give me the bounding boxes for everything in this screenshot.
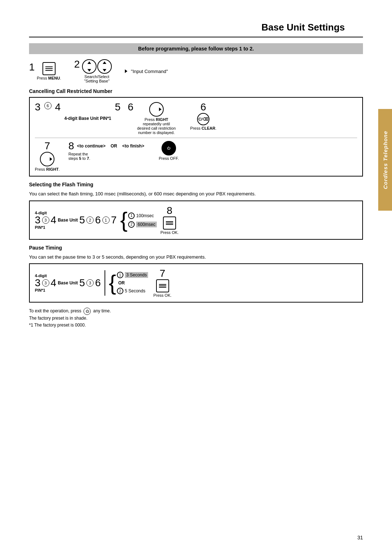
pause-step7-group: 7 Press OK. — [153, 268, 171, 297]
nav-circle-2 — [97, 59, 112, 74]
pause-row: 4-digit 3 3 4 Base Unit 5 3 6 PIN*1 { — [35, 268, 357, 297]
clear-button-icon: C/⌫ — [197, 113, 209, 125]
pause-open-brace: { — [109, 272, 116, 294]
step8-group: 8 <to continue> OR <to finish> Repeat th… — [68, 141, 144, 161]
pause-divider — [105, 270, 105, 296]
nav-right-arrow7 — [50, 157, 52, 161]
ok-line-2 — [166, 223, 173, 223]
instr-sep — [35, 138, 357, 138]
flash-step3-circle: 3 — [42, 216, 49, 224]
pause-press-ok: Press OK. — [153, 293, 171, 297]
exit-text2: any time. — [93, 308, 111, 313]
pause-step6: 6 — [95, 278, 101, 288]
cancel-step4: 4 — [55, 102, 61, 112]
menu-line-2 — [45, 68, 53, 69]
pause-line-2 — [159, 285, 166, 286]
pause-step5-circle: 3 — [86, 279, 94, 287]
pause-opt1-circle: 1 — [117, 272, 123, 278]
step6-icon-group: Press RIGHTrepeatedly untildesired call … — [137, 102, 176, 135]
press-right7-label: Press RIGHT. — [35, 167, 60, 171]
ok-line-1 — [166, 221, 173, 222]
footnotes: To exit the operation, press ⏻ any time.… — [29, 308, 363, 329]
off-button-icon: ⏻ — [162, 141, 176, 155]
nav-down-arrow2 — [103, 69, 106, 72]
flash-step3: 3 — [35, 215, 41, 225]
intro-step2: 2 Search/Select"Setting Base" — [74, 59, 112, 83]
input-command-group: "Input Command" — [125, 69, 168, 74]
nav-circle-1 — [82, 59, 97, 74]
step6-nav-icon — [149, 102, 164, 117]
flash-step7: 7 — [111, 215, 117, 225]
exit-note: To exit the operation, press ⏻ any time. — [29, 308, 363, 315]
ok-line-3 — [166, 224, 173, 225]
cancel-step8: 8 — [68, 141, 74, 151]
exit-text: To exit the operation, press — [29, 308, 81, 313]
flash-step8: 8 — [167, 206, 172, 216]
flash-description: You can select the flash timing, 100 mse… — [29, 190, 363, 198]
title-rule — [29, 37, 363, 37]
step8-desc: Repeat thesteps 5 to 7. — [68, 152, 90, 161]
flash-option1: 1 100msec — [128, 212, 157, 219]
step1-number: 1 — [29, 62, 35, 72]
pause-section-title: Pause Timing — [29, 245, 363, 251]
step2-number: 2 — [74, 59, 80, 69]
step6-group: 6 — [128, 102, 134, 112]
step6b-group: 6 C/⌫ Press CLEAR. — [190, 102, 216, 130]
flash-row: 4-digit 3 3 4 Base Unit 5 2 6 1 7 PIN*1 … — [35, 206, 357, 235]
menu-line-3 — [45, 70, 53, 71]
pause-pin-label: PIN*1 — [35, 288, 45, 292]
flash-step4: 4 — [51, 215, 57, 225]
pause-baseunit-label: Base Unit — [58, 280, 78, 285]
step8-to-continue: <to continue> — [77, 143, 106, 149]
step8-off-group: ⏻ Press OFF. — [159, 141, 179, 161]
cancel-step5: 5 — [115, 102, 121, 112]
pause-step5: 5 — [79, 278, 85, 288]
ok-menu-lines — [166, 221, 173, 225]
cancelling-section-title: Cancelling Call Restricted Number — [29, 88, 363, 94]
page-number: 31 — [357, 535, 363, 540]
flash-options-group: { 1 100msec 2 600msec — [120, 209, 157, 231]
pause-options-group: { 1 3 Seconds OR 2 5 Seconds — [109, 272, 148, 294]
step2-nav-icons — [82, 59, 112, 74]
flash-ok-icon — [163, 216, 176, 230]
nav-right-arrow — [159, 108, 162, 111]
menu-lines — [45, 66, 53, 71]
pause-steps-row: 3 3 4 Base Unit 5 3 6 — [35, 278, 101, 288]
pause-option1: 1 3 Seconds — [117, 272, 148, 278]
step6-desc: Press RIGHTrepeatedly untildesired call … — [137, 117, 176, 135]
or-label8: OR — [111, 143, 117, 149]
flash-pin-label: PIN*1 — [35, 225, 45, 230]
pause-line-1 — [159, 284, 166, 285]
flash-step8-group: 8 Press OK. — [160, 206, 179, 235]
flash-step6: 6 — [95, 215, 101, 225]
step3-circle-6: 6 — [44, 102, 52, 109]
flash-opt1-circle: 1 — [128, 212, 135, 219]
flash-4digit-group: 4-digit 3 3 4 Base Unit 5 2 6 1 7 PIN*1 — [35, 211, 117, 230]
pause-ok-icon — [156, 279, 169, 292]
pause-step3: 3 — [35, 278, 41, 288]
intro-step1: 1 Press MENU. — [29, 62, 61, 80]
step4-label: 4-digit Base Unit PIN*1 — [64, 116, 111, 121]
flash-step6-circle: 1 — [102, 216, 110, 224]
pause-options: 1 3 Seconds OR 2 5 Seconds — [117, 272, 148, 294]
pause-line-3 — [159, 287, 166, 288]
nav-up-arrow2 — [103, 61, 106, 64]
flash-opt2-label: 600msec — [136, 222, 157, 227]
off-icon-symbol: ⏻ — [167, 146, 170, 150]
flash-steps-row: 3 3 4 Base Unit 5 2 6 1 7 — [35, 215, 117, 225]
flash-opt1-label: 100msec — [136, 213, 154, 218]
side-tab-label: Cordless Telephone — [382, 131, 388, 189]
flash-baseunit-label: Base Unit — [58, 218, 78, 223]
flash-step5: 5 — [79, 215, 85, 225]
cancel-step6: 6 — [128, 102, 134, 112]
page-title: Base Unit Settings — [29, 22, 363, 33]
cancel-step7: 7 — [44, 141, 50, 151]
pause-option2: 2 5 Seconds — [117, 288, 148, 294]
cancelling-row1: 3 6 4 4-digit Base Unit PIN*1 5 6 Press … — [35, 102, 357, 135]
step8-to-finish: <to finish> — [122, 143, 144, 149]
input-command-label: "Input Command" — [131, 69, 168, 74]
press-clear-label: Press CLEAR. — [190, 126, 216, 130]
cancel-step3: 3 — [35, 102, 41, 112]
pin-note: *1 The factory preset is 0000. — [29, 322, 363, 329]
step8-header: 8 <to continue> OR <to finish> — [68, 141, 144, 151]
